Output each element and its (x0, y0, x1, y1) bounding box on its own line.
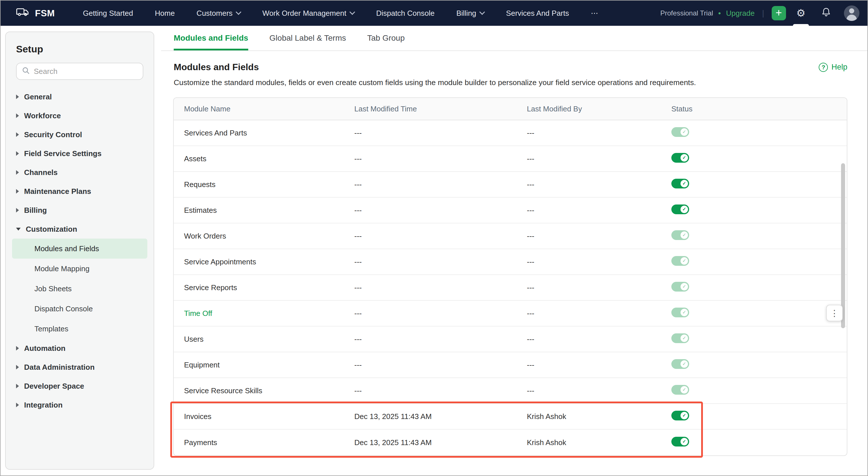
upgrade-link[interactable]: Upgrade (726, 9, 755, 18)
vertical-scrollbar[interactable] (841, 163, 845, 328)
tab-tab-group[interactable]: Tab Group (367, 26, 405, 50)
nav-item-billing[interactable]: Billing (445, 1, 495, 26)
status-cell: ✓ (671, 127, 847, 139)
sidebar-item-automation[interactable]: Automation (11, 339, 149, 358)
sidebar-item-modules-and-fields[interactable]: Modules and Fields (12, 239, 147, 259)
sidebar-item-security-control[interactable]: Security Control (11, 125, 149, 144)
last-modified-by: --- (527, 232, 671, 241)
sidebar-item-general[interactable]: General (11, 87, 149, 106)
status-toggle[interactable]: ✓ (671, 230, 689, 240)
table-row-equipment[interactable]: Equipment------✓ (174, 352, 847, 378)
sidebar-item-channels[interactable]: Channels (11, 163, 149, 182)
sidebar-item-integration[interactable]: Integration (11, 396, 149, 414)
nav-item-more[interactable]: ⋯ (580, 1, 609, 26)
modules-table: Module NameLast Modified TimeLast Modifi… (173, 97, 847, 456)
last-modified-time: --- (354, 180, 527, 189)
table-row-service-reports[interactable]: Service Reports------✓ (174, 275, 847, 301)
tab-global-label-terms[interactable]: Global Label & Terms (270, 26, 346, 50)
sidebar-item-workforce[interactable]: Workforce (11, 106, 149, 125)
sidebar-item-job-sheets[interactable]: Job Sheets (12, 279, 147, 299)
sidebar-item-customization[interactable]: Customization (11, 220, 149, 239)
module-name: Service Reports (184, 283, 354, 292)
sidebar-item-dispatch-console[interactable]: Dispatch Console (12, 299, 147, 319)
table-row-payments[interactable]: PaymentsDec 13, 2025 11:43 AMKrish Ashok… (174, 430, 847, 455)
status-toggle[interactable]: ✓ (671, 308, 689, 317)
last-modified-by: Krish Ashok (527, 412, 671, 421)
sidebar-item-label: Customization (26, 225, 77, 234)
tab-modules-and-fields[interactable]: Modules and Fields (174, 26, 248, 50)
sidebar-item-maintenance-plans[interactable]: Maintenance Plans (11, 182, 149, 201)
row-options-button[interactable]: ⋮ (826, 305, 843, 321)
table-header-row: Module NameLast Modified TimeLast Modifi… (174, 98, 847, 120)
settings-button[interactable]: ⚙ (791, 1, 811, 26)
status-toggle[interactable]: ✓ (671, 333, 689, 343)
sidebar-item-data-administration[interactable]: Data Administration (11, 358, 149, 377)
status-toggle[interactable]: ✓ (671, 359, 689, 369)
brand-logo[interactable]: FSM (1, 7, 55, 19)
status-toggle[interactable]: ✓ (671, 153, 689, 163)
sidebar-item-label: Developer Space (24, 382, 84, 390)
last-modified-time: --- (354, 361, 527, 370)
status-toggle[interactable]: ✓ (671, 256, 689, 266)
divider: | (762, 9, 764, 18)
chevron-down-icon (349, 9, 355, 15)
nav-item-services-and-parts[interactable]: Services And Parts (495, 1, 580, 26)
nav-item-label: Customers (197, 9, 233, 18)
table-row-estimates[interactable]: Estimates------✓ (174, 198, 847, 224)
last-modified-time: --- (354, 206, 527, 215)
nav-item-home[interactable]: Home (144, 1, 185, 26)
last-modified-time: --- (354, 155, 527, 163)
status-toggle[interactable]: ✓ (671, 282, 689, 292)
sidebar-item-field-service-settings[interactable]: Field Service Settings (11, 144, 149, 163)
table-row-service-appointments[interactable]: Service Appointments------✓ (174, 249, 847, 275)
nav-item-dispatch-console[interactable]: Dispatch Console (365, 1, 445, 26)
table-row-time-off[interactable]: Time Off------✓ (174, 301, 847, 327)
table-row-service-resource-skills[interactable]: Service Resource Skills------✓ (174, 378, 847, 404)
notifications-button[interactable] (816, 1, 836, 26)
sidebar-item-label: Field Service Settings (24, 149, 101, 158)
table-row-users[interactable]: Users------✓ (174, 327, 847, 352)
table-row-assets[interactable]: Assets------✓ (174, 146, 847, 172)
body-row: Setup GeneralWorkforceSecurity ControlFi… (1, 26, 867, 475)
van-icon (16, 7, 30, 19)
sidebar-item-module-mapping[interactable]: Module Mapping (12, 259, 147, 279)
status-toggle[interactable]: ✓ (671, 437, 689, 446)
quick-add-button[interactable]: + (772, 6, 786, 20)
status-toggle[interactable]: ✓ (671, 179, 689, 189)
toggle-knob: ✓ (681, 128, 688, 136)
table-row-services-and-parts[interactable]: Services And Parts------✓ (174, 120, 847, 146)
brand-name: FSM (35, 8, 55, 19)
table-row-invoices[interactable]: InvoicesDec 13, 2025 11:43 AMKrish Ashok… (174, 404, 847, 430)
tabs: Modules and FieldsGlobal Label & TermsTa… (161, 26, 867, 51)
status-toggle[interactable]: ✓ (671, 127, 689, 137)
last-modified-by: --- (527, 206, 671, 215)
toggle-knob: ✓ (681, 309, 688, 316)
toggle-knob: ✓ (681, 386, 688, 394)
status-toggle[interactable]: ✓ (671, 385, 689, 395)
user-avatar[interactable] (844, 5, 859, 21)
status-cell: ✓ (671, 153, 847, 165)
table-row-requests[interactable]: Requests------✓ (174, 172, 847, 198)
search-input[interactable] (34, 67, 137, 76)
status-toggle[interactable]: ✓ (671, 411, 689, 420)
status-toggle[interactable]: ✓ (671, 204, 689, 214)
nav-item-label: Dispatch Console (376, 9, 435, 18)
last-modified-by: --- (527, 283, 671, 292)
sidebar-item-label: Channels (24, 168, 58, 177)
caret-right-icon (16, 151, 19, 156)
toggle-knob: ✓ (681, 438, 688, 445)
sidebar-item-billing[interactable]: Billing (11, 201, 149, 220)
sidebar-item-label: Maintenance Plans (24, 187, 91, 196)
nav-item-customers[interactable]: Customers (186, 1, 252, 26)
search-box[interactable] (16, 63, 143, 80)
sidebar-item-templates[interactable]: Templates (12, 319, 147, 339)
module-name[interactable]: Time Off (184, 309, 354, 318)
nav-item-work-order-management[interactable]: Work Order Management (251, 1, 365, 26)
help-link[interactable]: ? Help (819, 63, 847, 72)
status-cell: ✓ (671, 411, 847, 422)
nav-item-getting-started[interactable]: Getting Started (72, 1, 144, 26)
table-row-work-orders[interactable]: Work Orders------✓ (174, 224, 847, 249)
module-name: Services And Parts (184, 129, 354, 137)
sidebar-item-developer-space[interactable]: Developer Space (11, 377, 149, 396)
caret-right-icon (16, 113, 19, 118)
